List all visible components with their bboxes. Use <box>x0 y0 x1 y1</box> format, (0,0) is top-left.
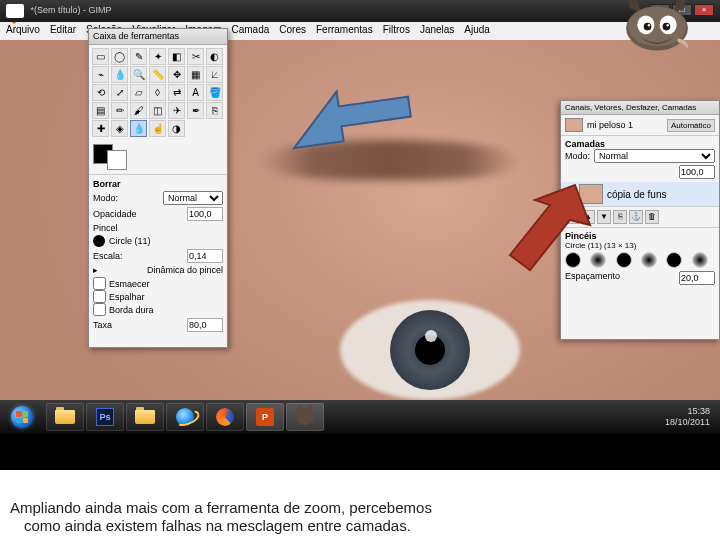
layer-opacity-input[interactable] <box>679 165 715 179</box>
tool-smudge[interactable]: ☝ <box>149 120 166 137</box>
dynamics-label[interactable]: Dinâmica do pincel <box>147 265 223 275</box>
brush-name: Circle (11) <box>105 236 223 246</box>
brush-item[interactable] <box>692 252 708 268</box>
caption-line1: Ampliando ainda mais com a ferramenta de… <box>10 499 710 517</box>
svg-point-8 <box>648 24 650 26</box>
task-photoshop[interactable]: Ps <box>86 403 124 431</box>
svg-point-6 <box>644 23 652 31</box>
layer-mode-label: Modo: <box>565 151 590 161</box>
tool-paintbrush[interactable]: 🖌 <box>130 102 147 119</box>
rate-input[interactable] <box>187 318 223 332</box>
background-color[interactable] <box>107 150 127 170</box>
menu-camada[interactable]: Camada <box>231 24 269 38</box>
tool-align[interactable]: ▦ <box>187 66 204 83</box>
opacity-label: Opacidade <box>93 209 137 219</box>
brush-item[interactable] <box>641 252 657 268</box>
image-eye <box>340 300 520 400</box>
image-thumb <box>565 118 583 132</box>
tool-paths[interactable]: ⌁ <box>92 66 109 83</box>
task-folder[interactable] <box>126 403 164 431</box>
gimp-mascot-icon <box>612 0 702 54</box>
anchor-layer-icon[interactable]: ⚓ <box>629 210 643 224</box>
task-firefox[interactable] <box>206 403 244 431</box>
gimp-icon <box>296 409 314 425</box>
svg-point-7 <box>663 23 671 31</box>
tool-clone[interactable]: ⎘ <box>206 102 223 119</box>
tool-fuzzy-select[interactable]: ✦ <box>149 48 166 65</box>
tool-move[interactable]: ✥ <box>168 66 185 83</box>
tool-bucket[interactable]: 🪣 <box>206 84 223 101</box>
brush-preview-icon <box>93 235 105 247</box>
task-explorer[interactable] <box>46 403 84 431</box>
layer-mode-select[interactable]: Normal <box>594 149 715 163</box>
tool-perspective-clone[interactable]: ◈ <box>111 120 128 137</box>
tool-shear[interactable]: ▱ <box>130 84 147 101</box>
tool-heal[interactable]: ✚ <box>92 120 109 137</box>
tool-rect-select[interactable]: ▭ <box>92 48 109 65</box>
tool-blend[interactable]: ▤ <box>92 102 109 119</box>
tool-perspective[interactable]: ◊ <box>149 84 166 101</box>
window-title: *(Sem título) - GIMP <box>31 5 112 15</box>
tool-airbrush[interactable]: ✈ <box>168 102 185 119</box>
cb-espalhar[interactable]: Espalhar <box>93 290 223 303</box>
tool-foreground[interactable]: ◐ <box>206 48 223 65</box>
dup-layer-icon[interactable]: ⎘ <box>613 210 627 224</box>
brush-item[interactable] <box>616 252 632 268</box>
firefox-icon <box>216 408 234 426</box>
layers-section-title: Camadas <box>565 139 715 149</box>
scale-input[interactable] <box>187 249 223 263</box>
task-gimp[interactable] <box>286 403 324 431</box>
color-swatches <box>93 144 223 170</box>
tool-pencil[interactable]: ✏ <box>111 102 128 119</box>
cb-borda[interactable]: Borda dura <box>93 303 223 316</box>
tool-flip[interactable]: ⇄ <box>168 84 185 101</box>
powerpoint-icon: P <box>256 408 274 426</box>
opacity-input[interactable] <box>187 207 223 221</box>
tool-color-select[interactable]: ◧ <box>168 48 185 65</box>
folder-icon <box>135 410 155 424</box>
svg-marker-0 <box>287 82 413 148</box>
tool-text[interactable]: A <box>187 84 204 101</box>
menu-arquivo[interactable]: Arquivo <box>6 24 40 38</box>
folder-icon <box>55 410 75 424</box>
mode-label: Modo: <box>93 193 118 203</box>
tool-crop[interactable]: ⟀ <box>206 66 223 83</box>
start-button[interactable] <box>4 403 40 431</box>
tool-ink[interactable]: ✒ <box>187 102 204 119</box>
annotation-arrow-blue <box>280 70 420 160</box>
tool-blur[interactable]: 💧 <box>130 120 147 137</box>
brush-label: Pincel <box>93 223 118 233</box>
toolbox-title: Caixa de ferramentas <box>89 29 227 45</box>
tool-dodge[interactable]: ◑ <box>168 120 185 137</box>
toolbox-panel: Caixa de ferramentas ▭ ◯ ✎ ✦ ◧ ✂ ◐ ⌁ 💧 🔍… <box>88 28 228 348</box>
tool-scale[interactable]: ⤢ <box>111 84 128 101</box>
system-tray[interactable]: 15:38 18/10/2011 <box>665 406 716 428</box>
tool-ellipse-select[interactable]: ◯ <box>111 48 128 65</box>
menu-janelas[interactable]: Janelas <box>420 24 454 38</box>
tool-measure[interactable]: 📏 <box>149 66 166 83</box>
rate-label: Taxa <box>93 320 112 330</box>
tool-color-picker[interactable]: 💧 <box>111 66 128 83</box>
tool-free-select[interactable]: ✎ <box>130 48 147 65</box>
menu-cores[interactable]: Cores <box>279 24 306 38</box>
task-ie[interactable] <box>166 403 204 431</box>
tool-zoom[interactable]: 🔍 <box>130 66 147 83</box>
menu-ferramentas[interactable]: Ferramentas <box>316 24 373 38</box>
brush-item[interactable] <box>666 252 682 268</box>
layers-tabs[interactable]: Canais, Vetores, Desfazer, Camadas <box>561 101 719 115</box>
tool-scissors[interactable]: ✂ <box>187 48 204 65</box>
delete-layer-icon[interactable]: 🗑 <box>645 210 659 224</box>
svg-marker-1 <box>510 185 590 270</box>
auto-button[interactable]: Automático <box>667 119 715 132</box>
spacing-input[interactable] <box>679 271 715 285</box>
tool-eraser[interactable]: ◫ <box>149 102 166 119</box>
tool-rotate[interactable]: ⟲ <box>92 84 109 101</box>
tool-section-title: Borrar <box>93 179 223 189</box>
menu-ajuda[interactable]: Ajuda <box>464 24 490 38</box>
mode-select[interactable]: Normal <box>163 191 223 205</box>
menu-filtros[interactable]: Filtros <box>383 24 410 38</box>
task-powerpoint[interactable]: P <box>246 403 284 431</box>
cb-esmaecer[interactable]: Esmaecer <box>93 277 223 290</box>
menu-editar[interactable]: Editar <box>50 24 76 38</box>
tray-time: 15:38 <box>665 406 710 417</box>
